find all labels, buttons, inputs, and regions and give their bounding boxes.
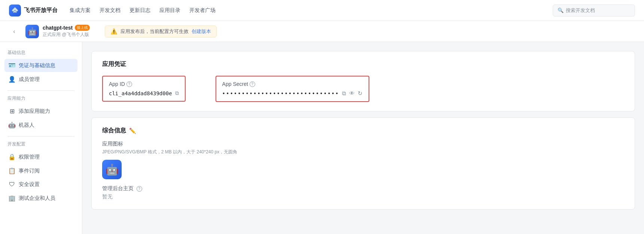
app-secret-value: •••••••••••••••••••••••••••••• [222, 90, 339, 96]
app-sub-title: 正式应用 @飞书个人版 [43, 32, 90, 38]
robot-icon: 🤖 [8, 122, 16, 129]
sidebar-item-members-label: 成员管理 [19, 76, 40, 83]
credentials-row: App ID ? cli_a4a4ddad8439d00e ⧉ App Secr… [102, 76, 624, 102]
back-button[interactable]: ‹ [9, 26, 19, 37]
sidebar-item-credentials[interactable]: 🪪 凭证与基础信息 [4, 59, 77, 72]
app-icon-preview: 🤖 [102, 160, 122, 179]
nav-items: 集成方案 开发文档 更新日志 应用目录 开发者广场 [70, 6, 541, 15]
online-badge: 接上线 [75, 25, 90, 31]
sidebar-item-robot-label: 机器人 [19, 122, 34, 129]
app-name-area: chatgpt-test 接上线 正式应用 @飞书个人版 [43, 25, 90, 38]
app-secret-box: App Secret ? •••••••••••••••••••••••••••… [216, 76, 370, 102]
app-secret-refresh-icon[interactable]: ↻ [358, 90, 363, 97]
app-avatar: 🤖 [25, 25, 39, 38]
app-secret-view-icon[interactable]: 👁 [349, 90, 355, 97]
sidebar-item-events-label: 事件订阅 [19, 168, 40, 174]
members-icon: 👤 [8, 76, 16, 83]
app-id-value: cli_a4a4ddad8439d00e [109, 90, 172, 96]
app-name-row: chatgpt-test 接上线 [43, 25, 90, 31]
search-icon: 🔍 [558, 8, 564, 13]
app-secret-label: App Secret ? [222, 81, 363, 87]
test-users-icon: 🏢 [8, 195, 16, 202]
permissions-icon: 🔒 [8, 153, 16, 160]
app-id-copy-icon[interactable]: ⧉ [175, 90, 179, 96]
notice-icon: ⚠️ [110, 28, 117, 35]
security-icon: 🛡 [8, 181, 16, 188]
sidebar-item-permissions[interactable]: 🔒 权限管理 [4, 150, 77, 164]
main-content: 应用凭证 App ID ? cli_a4a4ddad8439d00e ⧉ [82, 42, 644, 234]
credentials-icon: 🪪 [8, 62, 16, 69]
nav-item-appdir[interactable]: 应用目录 [159, 6, 180, 15]
notice-bar: ⚠️ 应用发布后，当前配置方可生效 创建版本 [105, 26, 217, 38]
app-secret-copy-icon[interactable]: ⧉ [342, 90, 346, 97]
credentials-card-title: 应用凭证 [102, 60, 624, 68]
sidebar-item-security[interactable]: 🛡 安全设置 [4, 178, 77, 191]
app-id-box: App ID ? cli_a4a4ddad8439d00e ⧉ [102, 76, 186, 102]
info-edit-icon[interactable]: ✏️ [129, 128, 136, 134]
admin-homepage-help-icon[interactable]: ? [137, 186, 142, 192]
admin-homepage-label: 管理后台主页 ? [102, 185, 624, 192]
create-version-link[interactable]: 创建版本 [192, 28, 211, 35]
logo-icon [9, 4, 21, 16]
app-secret-actions: ⧉ 👁 ↻ [342, 90, 363, 97]
nav-item-integration[interactable]: 集成方案 [70, 6, 91, 15]
main-layout: 基础信息 🪪 凭证与基础信息 👤 成员管理 应用能力 ⊞ 添加应用能力 🤖 机器… [0, 42, 644, 234]
sidebar-section-title-capability: 应用能力 [4, 95, 77, 105]
events-icon: 📋 [8, 167, 16, 174]
top-navigation: 飞书开放平台 集成方案 开发文档 更新日志 应用目录 开发者广场 🔍 搜索开发文… [0, 0, 644, 21]
sidebar-item-credentials-label: 凭证与基础信息 [19, 62, 55, 69]
sidebar-item-security-label: 安全设置 [19, 181, 40, 188]
logo-text: 飞书开放平台 [24, 7, 58, 14]
sidebar-item-add-capability-label: 添加应用能力 [19, 108, 50, 115]
app-id-label: App ID ? [109, 81, 179, 87]
search-placeholder: 搜索开发文档 [566, 7, 595, 14]
sidebar-item-members[interactable]: 👤 成员管理 [4, 73, 77, 86]
sidebar-section-title-devconfig: 开发配置 [4, 141, 77, 150]
add-capability-icon: ⊞ [8, 108, 16, 115]
sidebar-item-events[interactable]: 📋 事件订阅 [4, 164, 77, 177]
nav-item-docs[interactable]: 开发文档 [100, 6, 120, 15]
admin-homepage-value: 暂无 [102, 194, 624, 200]
app-secret-help-icon[interactable]: ? [250, 81, 255, 87]
sidebar-divider-2 [7, 136, 74, 136]
info-card-title: 综合信息 [102, 127, 126, 135]
sidebar-item-test-users[interactable]: 🏢 测试企业和人员 [4, 192, 77, 205]
sidebar-item-permissions-label: 权限管理 [19, 154, 40, 160]
info-section-header: 综合信息 ✏️ [102, 127, 624, 135]
sidebar-section-title-basic: 基础信息 [4, 50, 77, 59]
nav-item-devplaza[interactable]: 开发者广场 [189, 6, 216, 15]
logo: 飞书开放平台 [9, 4, 58, 16]
sidebar-item-robot[interactable]: 🤖 机器人 [4, 118, 77, 132]
app-secret-value-row: •••••••••••••••••••••••••••••• ⧉ 👁 ↻ [222, 90, 363, 97]
sub-header: ‹ 🤖 chatgpt-test 接上线 正式应用 @飞书个人版 ⚠️ 应用发布… [0, 21, 644, 42]
app-secret-section: App Secret ? •••••••••••••••••••••••••••… [216, 76, 370, 102]
nav-item-changelog[interactable]: 更新日志 [129, 6, 150, 15]
search-box[interactable]: 🔍 搜索开发文档 [553, 4, 635, 16]
sidebar-item-test-users-label: 测试企业和人员 [19, 195, 55, 202]
app-info: 🤖 chatgpt-test 接上线 正式应用 @飞书个人版 [25, 25, 90, 38]
sidebar-item-add-capability[interactable]: ⊞ 添加应用能力 [4, 105, 77, 118]
sidebar-divider-1 [7, 90, 74, 91]
app-icon-hint: JPEG/PNG/SVG/BMP 格式，2 MB 以内，大于 240*240 p… [102, 149, 624, 155]
sidebar: 基础信息 🪪 凭证与基础信息 👤 成员管理 应用能力 ⊞ 添加应用能力 🤖 机器… [0, 42, 82, 234]
info-card: 综合信息 ✏️ 应用图标 JPEG/PNG/SVG/BMP 格式，2 MB 以内… [91, 117, 635, 210]
app-id-section: App ID ? cli_a4a4ddad8439d00e ⧉ [102, 76, 186, 102]
app-icon-label: 应用图标 [102, 141, 624, 147]
app-id-value-row: cli_a4a4ddad8439d00e ⧉ [109, 90, 179, 96]
app-id-help-icon[interactable]: ? [126, 81, 132, 87]
notice-text: 应用发布后，当前配置方可生效 [120, 28, 189, 35]
credentials-card: 应用凭证 App ID ? cli_a4a4ddad8439d00e ⧉ [91, 51, 635, 111]
app-name: chatgpt-test [43, 25, 73, 31]
